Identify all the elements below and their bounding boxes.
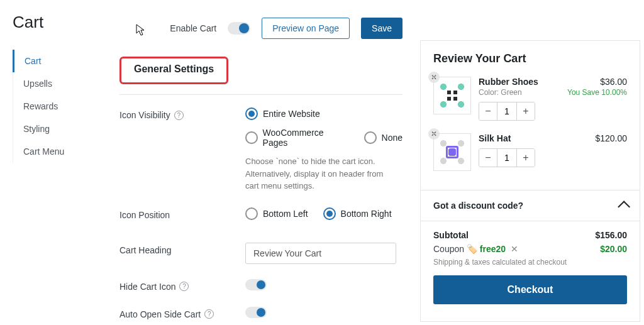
nav-item-upsells[interactable]: Upsells bbox=[13, 72, 113, 95]
subtotal-label: Subtotal bbox=[433, 230, 469, 240]
enable-cart-toggle[interactable] bbox=[228, 22, 250, 35]
cursor-icon bbox=[136, 24, 146, 36]
remove-coupon-button[interactable]: ✕ bbox=[511, 244, 518, 254]
section-highlight: General Settings bbox=[119, 57, 228, 84]
item-price: $36.00 bbox=[567, 77, 627, 87]
radio-bottom-left[interactable]: Bottom Left bbox=[245, 207, 308, 220]
cart-heading-label: Cart Heading bbox=[119, 245, 172, 255]
radio-entire-website[interactable]: Entire Website bbox=[245, 107, 320, 120]
discount-toggle[interactable]: Got a discount code? bbox=[421, 190, 640, 221]
quantity-stepper[interactable]: − + bbox=[479, 102, 535, 121]
hide-cart-icon-toggle[interactable] bbox=[245, 279, 267, 290]
item-name: Silk Hat bbox=[479, 133, 587, 143]
qty-decrease-button[interactable]: − bbox=[479, 102, 497, 120]
enable-cart-label: Enable Cart bbox=[170, 23, 216, 33]
cart-item: ✕ Rubber Shoes Color: Green − + $36.00 Y… bbox=[433, 77, 627, 121]
page-title: Cart bbox=[13, 13, 113, 32]
tax-note: Shipping & taxes calculated at checkout bbox=[433, 258, 627, 267]
auto-open-toggle[interactable] bbox=[245, 307, 267, 318]
qty-increase-button[interactable]: + bbox=[517, 102, 535, 120]
auto-open-label: Auto Open Side Cart bbox=[119, 309, 201, 319]
chevron-up-icon bbox=[618, 201, 630, 213]
preview-button[interactable]: Preview on Page bbox=[262, 18, 350, 39]
tag-icon: 🏷️ bbox=[467, 244, 477, 254]
qty-increase-button[interactable]: + bbox=[517, 149, 535, 167]
quantity-stepper[interactable]: − + bbox=[479, 148, 535, 167]
help-icon[interactable]: ? bbox=[204, 309, 214, 319]
item-thumbnail bbox=[433, 77, 471, 114]
radio-woocommerce-pages[interactable]: WooCommerce Pages bbox=[245, 128, 349, 148]
nav-item-styling[interactable]: Styling bbox=[13, 118, 113, 140]
side-nav: Cart Upsells Rewards Styling Cart Menu bbox=[13, 50, 113, 163]
cart-heading-input[interactable] bbox=[245, 243, 396, 264]
discount-heading: Got a discount code? bbox=[433, 201, 523, 211]
radio-bottom-right[interactable]: Bottom Right bbox=[323, 207, 392, 220]
coupon-label: Coupon bbox=[433, 244, 464, 254]
checkout-button[interactable]: Checkout bbox=[433, 275, 627, 304]
save-button[interactable]: Save bbox=[361, 18, 402, 39]
section-divider bbox=[119, 94, 402, 95]
icon-position-label: Icon Position bbox=[119, 210, 170, 220]
item-thumbnail bbox=[433, 133, 471, 171]
item-price: $120.00 bbox=[595, 133, 627, 143]
icon-visibility-help: Choose `none` to hide the cart icon. Alt… bbox=[245, 155, 396, 192]
qty-input[interactable] bbox=[497, 102, 517, 120]
help-icon[interactable]: ? bbox=[179, 282, 189, 291]
radio-label: None bbox=[382, 133, 402, 143]
qty-input[interactable] bbox=[497, 149, 517, 167]
item-savings: You Save 10.00% bbox=[567, 88, 627, 97]
nav-item-cart[interactable]: Cart bbox=[13, 50, 113, 72]
preview-title: Review Your Cart bbox=[433, 52, 627, 65]
section-title: General Settings bbox=[134, 63, 214, 75]
nav-item-rewards[interactable]: Rewards bbox=[13, 95, 113, 118]
toolbar: Enable Cart Preview on Page Save bbox=[119, 18, 402, 39]
radio-label: Bottom Right bbox=[341, 209, 392, 219]
item-meta: Color: Green bbox=[479, 88, 560, 97]
coupon-code: free20 bbox=[480, 244, 506, 254]
subtotal-value: $156.00 bbox=[595, 230, 627, 240]
icon-visibility-label: Icon Visibility bbox=[119, 110, 170, 120]
radio-label: Bottom Left bbox=[263, 209, 308, 219]
radio-label: Entire Website bbox=[263, 109, 320, 119]
cart-item: ✕ Silk Hat − + $120.00 bbox=[433, 133, 627, 171]
radio-none[interactable]: None bbox=[364, 131, 402, 144]
hide-cart-icon-label: Hide Cart Icon bbox=[119, 282, 175, 292]
radio-label: WooCommerce Pages bbox=[263, 128, 349, 148]
nav-item-cart-menu[interactable]: Cart Menu bbox=[13, 140, 113, 163]
coupon-value: $20.00 bbox=[600, 244, 627, 254]
cart-preview-panel: Review Your Cart ✕ Rubber Shoes Color: G… bbox=[420, 40, 640, 322]
item-name: Rubber Shoes bbox=[479, 77, 560, 87]
help-icon[interactable]: ? bbox=[174, 111, 184, 120]
qty-decrease-button[interactable]: − bbox=[479, 149, 497, 167]
